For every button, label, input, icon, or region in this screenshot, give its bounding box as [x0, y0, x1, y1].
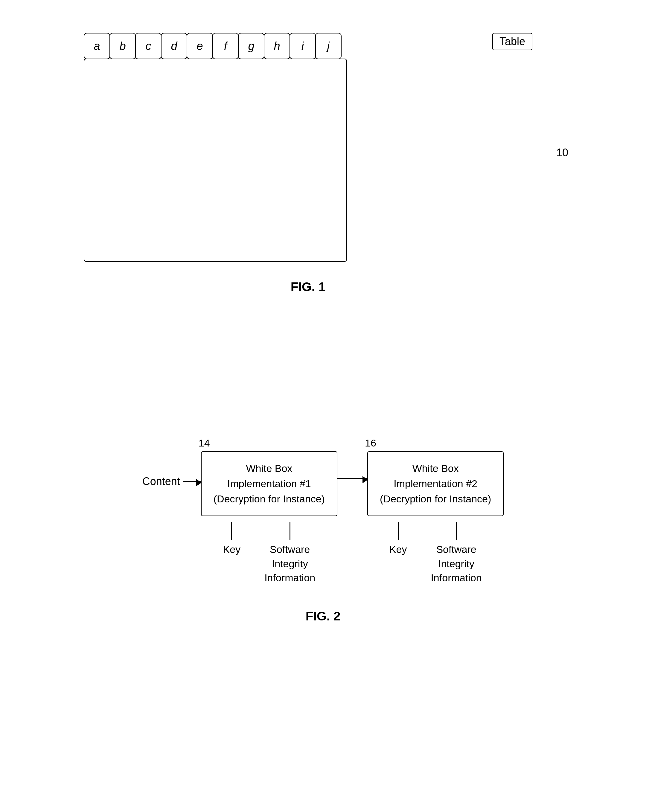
column-cell-e: e [187, 33, 213, 59]
box2-outputs: Key Software Integrity Information [389, 522, 482, 585]
table-label: Table [492, 33, 533, 50]
content-label: Content [142, 475, 180, 488]
column-cell-i: i [289, 33, 316, 59]
box2-software-output: Software Integrity Information [431, 522, 482, 585]
white-box-1: 14 White Box Implementation #1 (Decrypti… [201, 451, 337, 516]
box2-key-output: Key [389, 522, 407, 585]
box1-ref: 14 [199, 435, 210, 451]
box1-software-line [289, 522, 291, 540]
between-arrow [337, 478, 367, 479]
box2-software-label: Software Integrity Information [431, 542, 482, 585]
column-cell-d: d [161, 33, 187, 59]
box1-key-label: Key [223, 542, 241, 557]
column-cell-c: c [135, 33, 162, 59]
box2-key-label: Key [389, 542, 407, 557]
fig2-container: Content 14 White Box Implementation #1 (… [24, 433, 622, 623]
box1-and-outputs: 14 White Box Implementation #1 (Decrypti… [201, 451, 337, 585]
column-cell-a: a [84, 33, 110, 59]
box1-key-line [231, 522, 232, 540]
content-arrow-group: Content [142, 475, 201, 488]
box1-outputs: Key Software Integrity Information [223, 522, 315, 585]
box2-and-outputs: 16 White Box Implementation #2 (Decrypti… [367, 451, 504, 585]
box2-key-line [398, 522, 399, 540]
box1-software-label: Software Integrity Information [265, 542, 315, 585]
column-cell-h: h [264, 33, 290, 59]
fig1-ref-number: 10 [556, 147, 568, 159]
white-box-2: 16 White Box Implementation #2 (Decrypti… [367, 451, 504, 516]
column-cell-g: g [238, 33, 265, 59]
box1-software-output: Software Integrity Information [265, 522, 315, 585]
columns-row: abcdefghij [84, 33, 347, 59]
table-body [84, 59, 347, 262]
box1-key-output: Key [223, 522, 241, 585]
fig2-diagram: Content 14 White Box Implementation #1 (… [24, 433, 622, 585]
column-cell-b: b [109, 33, 136, 59]
column-cell-f: f [212, 33, 239, 59]
box2-software-line [456, 522, 457, 540]
fig1-caption: FIG. 1 [84, 280, 533, 294]
content-arrow [183, 481, 201, 482]
column-cell-j: j [315, 33, 341, 59]
box2-ref: 16 [365, 435, 376, 451]
fig2-caption: FIG. 2 [24, 609, 622, 623]
fig1-container: Table abcdefghij 10 FIG. 1 [84, 18, 533, 294]
